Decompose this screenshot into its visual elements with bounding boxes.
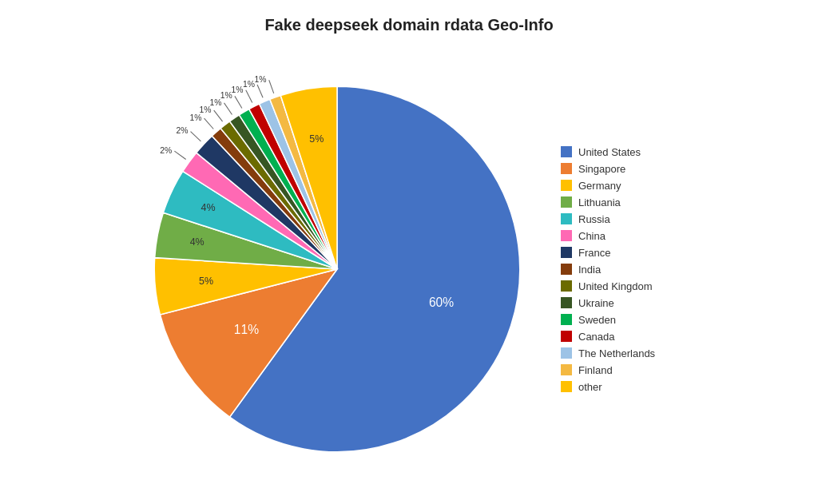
pie-label-finland: 1% [255, 75, 267, 84]
pie-label-sweden: 1% [220, 91, 232, 100]
pie-label-the-netherlands: 1% [243, 80, 255, 89]
chart-title: Fake deepseek domain rdata Geo-Info [264, 16, 553, 34]
legend-label: France [578, 247, 610, 259]
legend-label: Canada [578, 331, 615, 343]
legend-color-swatch [561, 280, 572, 292]
legend-color-swatch [561, 347, 572, 359]
legend-item-united-states: United States [561, 146, 689, 158]
legend-item-united-kingdom: United Kingdom [561, 280, 689, 292]
legend-color-swatch [561, 163, 572, 174]
legend-label: United Kingdom [578, 280, 653, 292]
legend-color-swatch [561, 297, 572, 308]
pie-label-china: 2% [160, 146, 172, 155]
legend-label: India [578, 264, 601, 276]
legend-item-russia: Russia [561, 213, 689, 225]
pie-label-singapore: 11% [234, 323, 259, 336]
legend-item-the-netherlands: The Netherlands [561, 347, 689, 359]
legend-color-swatch [561, 146, 572, 157]
legend-label: Lithuania [578, 196, 621, 208]
legend-item-china: China [561, 230, 689, 242]
legend-item-other: other [561, 381, 689, 393]
pie-label-canada: 1% [232, 85, 244, 94]
svg-line-6 [246, 90, 252, 103]
legend-color-swatch [561, 213, 572, 224]
legend-item-germany: Germany [561, 180, 689, 192]
legend-item-sweden: Sweden [561, 314, 689, 326]
svg-line-0 [174, 151, 185, 159]
pie-label-other: 5% [309, 133, 324, 145]
legend-label: Singapore [578, 163, 625, 175]
pie-label-germany: 5% [199, 276, 213, 287]
legend-label: Finland [578, 364, 613, 376]
pie-label-france: 2% [176, 126, 188, 135]
legend-item-ukraine: Ukraine [561, 297, 689, 309]
svg-line-7 [257, 85, 263, 97]
legend-item-france: France [561, 247, 689, 259]
svg-line-2 [204, 118, 214, 129]
legend-item-india: India [561, 264, 689, 276]
legend-color-swatch [561, 230, 572, 241]
legend-label: China [578, 230, 606, 242]
svg-line-3 [214, 110, 223, 121]
legend-color-swatch [561, 381, 572, 392]
pie-svg: 60%11%5%4%4%2%2%1%1%1%1%1%1%1%5% [129, 62, 545, 477]
legend-item-lithuania: Lithuania [561, 196, 689, 208]
legend-item-singapore: Singapore [561, 163, 689, 175]
legend-color-swatch [561, 331, 572, 342]
legend-label: Sweden [578, 314, 616, 326]
legend-color-swatch [561, 196, 572, 208]
legend-color-swatch [561, 364, 572, 375]
legend-item-canada: Canada [561, 331, 689, 343]
chart-body: 60%11%5%4%4%2%2%1%1%1%1%1%1%1%5% United … [8, 42, 810, 496]
legend-label: United States [578, 146, 641, 158]
pie-label-india: 1% [189, 113, 201, 122]
svg-line-8 [269, 80, 274, 93]
svg-line-4 [224, 103, 232, 115]
legend-label: other [578, 381, 602, 393]
svg-line-1 [191, 132, 201, 141]
pie-label-lithuania: 4% [190, 236, 204, 248]
chart-legend: United StatesSingaporeGermanyLithuaniaRu… [561, 146, 689, 393]
pie-label-russia: 4% [201, 202, 216, 213]
legend-color-swatch [561, 264, 572, 275]
chart-container: Fake deepseek domain rdata Geo-Info 60%1… [0, 0, 818, 504]
legend-label: Germany [578, 180, 621, 192]
legend-color-swatch [561, 314, 572, 325]
legend-color-swatch [561, 180, 572, 191]
legend-label: The Netherlands [578, 347, 655, 359]
pie-label-united-states: 60% [429, 296, 454, 309]
legend-color-swatch [561, 247, 572, 258]
legend-item-finland: Finland [561, 364, 689, 376]
pie-chart-wrapper: 60%11%5%4%4%2%2%1%1%1%1%1%1%1%5% [129, 62, 545, 477]
legend-label: Ukraine [578, 297, 614, 309]
legend-label: Russia [578, 213, 610, 225]
svg-line-5 [235, 96, 242, 108]
